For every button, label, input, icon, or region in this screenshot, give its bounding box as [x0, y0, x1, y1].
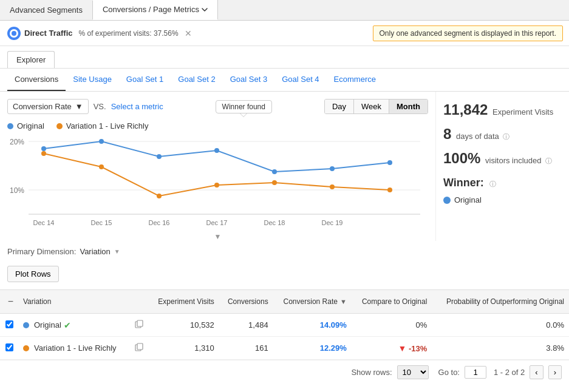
show-rows-label: Show rows: [351, 368, 392, 377]
original-checkbox-input[interactable] [5, 320, 13, 328]
var1-checkbox-input[interactable] [5, 343, 13, 351]
dropdown-arrow-icon [202, 7, 208, 13]
explorer-tab[interactable]: Explorer [7, 51, 55, 68]
legend-original-dot [7, 123, 13, 129]
sub-tab-goal-set-4[interactable]: Goal Set 4 [274, 69, 326, 91]
visitors-included-percent: 100% [443, 150, 480, 166]
winner-help-icon[interactable]: ⓘ [489, 180, 496, 189]
svg-point-20 [330, 184, 335, 189]
primary-dim-arrow-icon[interactable]: ▼ [114, 248, 120, 255]
winner-value: Original [443, 195, 562, 204]
plot-rows-button[interactable]: Plot Rows [7, 266, 59, 282]
prev-page-button[interactable]: ‹ [530, 365, 543, 379]
sub-tab-site-usage[interactable]: Site Usage [66, 69, 119, 91]
svg-point-11 [214, 148, 219, 153]
metric-dropdown[interactable]: Conversion Rate ▼ [7, 99, 89, 114]
row-var1-checkbox[interactable] [0, 337, 18, 360]
row-original-probability: 0.0% [432, 314, 569, 337]
legend-variation1-label: Variation 1 - Live Richly [66, 121, 149, 130]
row-var1-conv-rate: 12.29% [273, 337, 352, 360]
row-original-checkbox[interactable] [0, 314, 18, 337]
sub-tab-goal-set-2[interactable]: Goal Set 2 [171, 69, 222, 91]
table-header-row: − Variation Experiment Visits Conversion… [0, 290, 569, 314]
winner-name: Original [454, 195, 482, 204]
header-icon [129, 290, 148, 314]
chart-svg: 20% 10% [7, 135, 426, 229]
row-var1-copy-icon[interactable] [129, 337, 148, 360]
primary-dim-label: Primary Dimension: [7, 247, 76, 256]
chart-wrapper: 20% 10% [7, 135, 428, 241]
chart-legend: Original Variation 1 - Live Richly [7, 121, 428, 130]
experiment-visits-stat: 11,842 Experiment Visits [443, 101, 562, 118]
next-page-button[interactable]: › [548, 365, 562, 379]
sub-tab-goal-set-3[interactable]: Goal Set 3 [223, 69, 274, 91]
metric-label: Conversion Rate [13, 102, 72, 111]
row-original-compare: 0% [352, 314, 432, 337]
time-buttons: Day Week Month [324, 99, 428, 114]
winner-found-container: Winner found [168, 100, 319, 113]
sub-tab-ecommerce[interactable]: Ecommerce [327, 69, 383, 91]
bubble-arrow-inner [240, 113, 247, 117]
svg-point-14 [387, 160, 392, 165]
var1-name-text: Variation 1 - Live Richly [34, 343, 117, 353]
sort-down-icon: ▼ [340, 298, 347, 305]
primary-dimension: Primary Dimension: Variation ▼ [0, 241, 569, 262]
table-body: Original ✔ 10,532 1,484 14.09% 0% 0.0% [0, 314, 569, 360]
segment-close-icon[interactable]: ✕ [185, 29, 192, 38]
data-table-wrapper: − Variation Experiment Visits Conversion… [0, 289, 569, 360]
var1-variation-name: Variation 1 - Live Richly [23, 343, 124, 353]
header-compare: Compare to Original [352, 290, 432, 314]
chart-area: Conversion Rate ▼ VS. Select a metric Wi… [0, 92, 435, 241]
rows-select[interactable]: 10 25 50 100 [397, 365, 429, 379]
winner-found-bubble: Winner found [216, 100, 272, 113]
row-original-conversions: 1,484 [219, 314, 273, 337]
header-conv-rate[interactable]: Conversion Rate ▼ [273, 290, 352, 314]
advanced-segments-tab[interactable]: Advanced Segments [0, 1, 93, 19]
visitors-included-label: visitors included [485, 156, 542, 165]
original-color-dot [23, 322, 29, 328]
month-btn[interactable]: Month [389, 100, 428, 113]
segment-name: Direct Traffic [24, 29, 72, 38]
svg-rect-31 [137, 343, 143, 350]
svg-point-8 [41, 146, 46, 151]
chart-expand-arrow[interactable]: ▼ [7, 232, 428, 241]
week-btn[interactable]: Week [354, 100, 389, 113]
legend-original: Original [7, 121, 44, 130]
svg-text:Dec 14: Dec 14 [33, 219, 55, 226]
table-row: Variation 1 - Live Richly 1,310 161 12.2… [0, 337, 569, 360]
copy-icon [135, 320, 143, 328]
svg-text:Dec 18: Dec 18 [264, 219, 285, 226]
days-help-icon[interactable]: ⓘ [503, 133, 509, 140]
sub-tab-goal-set-1[interactable]: Goal Set 1 [119, 69, 171, 91]
svg-point-2 [12, 31, 16, 36]
select-metric-link[interactable]: Select a metric [111, 102, 163, 111]
legend-variation1-dot [56, 123, 63, 129]
svg-point-12 [272, 169, 277, 174]
svg-point-17 [157, 194, 162, 198]
row-var1-exp-visits: 1,310 [148, 337, 219, 360]
main-content: Conversion Rate ▼ VS. Select a metric Wi… [0, 92, 569, 241]
original-name-text: Original [34, 320, 61, 329]
legend-variation1: Variation 1 - Live Richly [56, 121, 149, 130]
experiment-visits-label: Experiment Visits [492, 107, 553, 117]
vs-text: VS. [94, 102, 106, 111]
sub-tab-conversions[interactable]: Conversions [7, 69, 66, 91]
svg-point-10 [157, 154, 162, 159]
svg-text:Dec 17: Dec 17 [206, 219, 228, 226]
goto-input[interactable] [465, 366, 486, 379]
conversions-page-metrics-tab[interactable]: Conversions / Page Metrics [93, 0, 218, 20]
data-table: − Variation Experiment Visits Conversion… [0, 289, 569, 360]
segment-logo-icon [7, 27, 21, 40]
row-original-exp-visits: 10,532 [148, 314, 219, 337]
row-original-copy-icon[interactable] [129, 314, 148, 337]
day-btn[interactable]: Day [325, 100, 354, 113]
copy-icon-2 [135, 343, 143, 351]
winner-dot [443, 197, 451, 204]
minus-icon[interactable]: − [8, 296, 13, 306]
svg-point-21 [387, 188, 392, 192]
header-probability: Probability of Outperforming Original [432, 290, 569, 314]
top-nav: Advanced Segments Conversions / Page Met… [0, 0, 569, 21]
legend-original-label: Original [17, 121, 44, 130]
visitors-help-icon[interactable]: ⓘ [545, 157, 552, 164]
header-variation: Variation [18, 290, 129, 314]
